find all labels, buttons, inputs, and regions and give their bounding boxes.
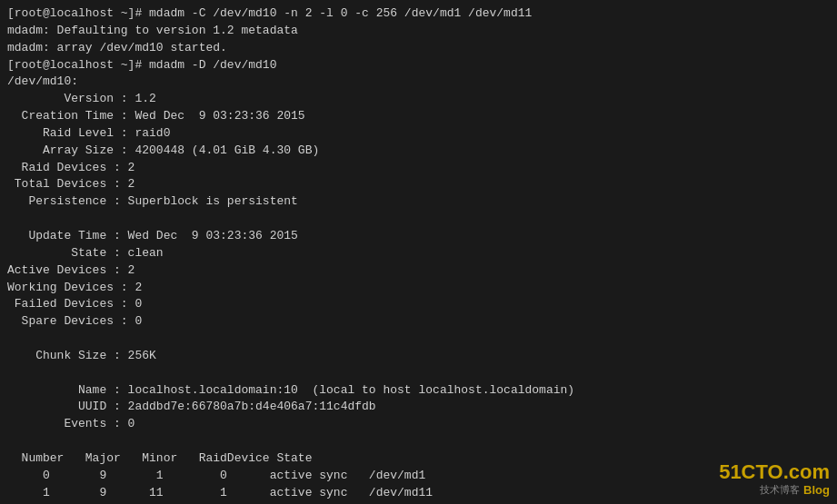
terminal-window: [root@localhost ~]# mdadm -C /dev/md10 -… xyxy=(0,0,837,504)
watermark: 51CTO.com 技术博客 Blog xyxy=(719,461,830,497)
watermark-site: 51CTO.com xyxy=(719,461,830,483)
watermark-tech-label: 技术博客 xyxy=(760,483,800,497)
watermark-blog-label: Blog xyxy=(803,483,830,497)
watermark-bottom: 技术博客 Blog xyxy=(760,483,830,497)
terminal-content: [root@localhost ~]# mdadm -C /dev/md10 -… xyxy=(7,5,830,501)
